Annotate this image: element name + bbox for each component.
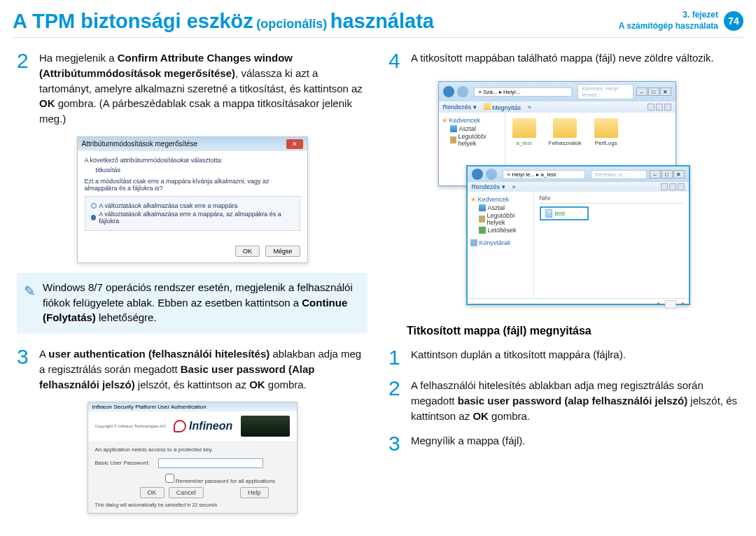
sort-menu[interactable]: Rendezés ▾ [443, 104, 477, 111]
step-3: 3 A user authentication (felhasználói hi… [17, 346, 368, 392]
back-icon[interactable] [443, 86, 454, 97]
sidebar-item-recent[interactable]: Legutóbbi helyek [479, 212, 531, 226]
cancel-button[interactable]: Mégse [265, 246, 300, 257]
password-label: Basic User Password: [95, 460, 150, 466]
title-main: A TPM biztonsági eszköz [13, 10, 253, 32]
title-optional: (opcionális) [256, 17, 327, 31]
dialog-confirm-attribute: Attribútummódosítások megerősítése ✕ A k… [77, 136, 308, 263]
open-menu[interactable]: Megnyitás [492, 104, 521, 111]
sidebar-favorites[interactable]: ★Kedvencek [470, 196, 531, 203]
star-icon: ★ [442, 117, 447, 124]
desktop-icon [479, 204, 486, 211]
open-step-1: 1 Kattintson duplán a titkosított mappár… [388, 347, 739, 368]
sidebar-item-recent[interactable]: Legutóbbi helyek [450, 133, 502, 147]
remember-checkbox[interactable] [165, 474, 174, 483]
view-icon[interactable] [656, 104, 663, 111]
subheading-open-encrypted: Titkosított mappa (fájl) megnyitása [407, 325, 739, 337]
step-number: 1 [388, 347, 404, 368]
help-icon[interactable] [664, 104, 671, 111]
forward-icon[interactable] [486, 169, 497, 180]
star-icon: ★ [470, 196, 476, 203]
help-icon[interactable] [678, 183, 685, 190]
step-number: 2 [17, 50, 32, 127]
file-name: test [555, 210, 566, 217]
section-label: A számítógép használata [619, 21, 718, 32]
folder-icon [484, 103, 491, 110]
folder-item[interactable]: Felhasználók [549, 118, 582, 146]
dialog-user-auth: Infineon Security Platform User Authenti… [88, 402, 298, 514]
close-icon[interactable]: ✕ [286, 139, 303, 149]
dialog-line: A következő attribútummódosításokat vála… [85, 157, 300, 164]
dialog-titlebar: Attribútummódosítások megerősítése ✕ [78, 137, 307, 151]
file-list: Név test [534, 192, 689, 298]
recent-icon [450, 136, 456, 143]
ok-button[interactable]: OK [140, 487, 164, 498]
folder-item[interactable]: a_test [512, 118, 536, 146]
dialog-attr: titkosítás [96, 167, 300, 174]
scroll-thumb[interactable] [665, 300, 676, 309]
infineon-logo: Infineon [174, 420, 232, 432]
breadcrumb[interactable]: « Helyi le... ▸ a_test [503, 170, 585, 179]
sidebar-item-downloads[interactable]: Letöltések [479, 227, 531, 234]
file-item-selected[interactable]: test [540, 206, 589, 220]
ok-button[interactable]: OK [235, 246, 260, 257]
step-number: 3 [388, 433, 404, 454]
auth-footer: This dialog will automatically be cancel… [95, 502, 290, 507]
open-step-3: 3 Megnyílik a mappa (fájl). [388, 433, 739, 454]
search-input[interactable]: Keresés: a_... [591, 170, 647, 179]
step-text: A titkosított mappában található mappa (… [411, 50, 714, 71]
forward-icon[interactable] [457, 86, 468, 97]
radio-option-2[interactable]: A változtatások alkalmazása erre a mappá… [91, 211, 294, 225]
search-input[interactable]: Keresés: Helyi lemez... [578, 84, 634, 99]
explorer-toolbar: Rendezés ▾ » [468, 182, 689, 192]
sidebar-item-desktop[interactable]: Asztal [479, 204, 531, 211]
step-text: Kattintson duplán a titkosított mappára … [411, 347, 626, 368]
page-number-badge: 74 [724, 11, 743, 31]
view-icon[interactable] [648, 104, 654, 111]
auth-message: An application needs access to a protect… [95, 446, 290, 453]
copyright-text: Copyright © Infineon Technologies AG [95, 424, 166, 428]
title-after: használata [330, 10, 434, 32]
step-2: 2 Ha megjelenik a Confirm Attribute Chan… [17, 50, 368, 127]
open-step-2: 2 A felhasználói hitelesítés ablakban ad… [388, 378, 739, 423]
step-text: Ha megjelenik a Confirm Attribute Change… [39, 50, 368, 127]
explorer-toolbar: Rendezés ▾ Megnyitás » [439, 101, 676, 113]
recent-icon [479, 216, 485, 223]
folder-icon [553, 118, 577, 138]
password-input[interactable] [158, 458, 263, 468]
help-button[interactable]: Help [240, 487, 269, 498]
column-header-name[interactable]: Név [540, 195, 683, 204]
breadcrumb[interactable]: « Szá... ▸ Helyi... [474, 87, 572, 97]
right-column: 4 A titkosított mappában található mappa… [388, 50, 739, 523]
sidebar: ★Kedvencek Asztal Legutóbbi helyek Letöl… [468, 192, 534, 298]
status-bar: ◂▸ [468, 298, 689, 310]
cancel-button[interactable]: Cancel [169, 487, 204, 498]
more-toolbar[interactable]: » [512, 183, 516, 190]
sort-menu[interactable]: Rendezés ▾ [472, 183, 505, 190]
page-header: A TPM biztonsági eszköz (opcionális) has… [0, 0, 756, 34]
dialog-title: Attribútummódosítások megerősítése [82, 140, 198, 148]
explorer-screenshot: « Szá... ▸ Helyi... Keresés: Helyi lemez… [438, 81, 690, 312]
dialog-question: Ezt a módosítást csak erre a mappára kív… [85, 178, 300, 192]
view-icon[interactable] [669, 183, 676, 190]
step-number: 3 [17, 346, 32, 392]
sidebar-favorites[interactable]: ★Kedvencek [442, 117, 502, 124]
header-meta: 3. fejezet A számítógép használata 74 [619, 10, 743, 31]
folder-item[interactable]: PerfLogs [594, 118, 618, 146]
document-icon [545, 209, 552, 218]
more-toolbar[interactable]: » [528, 104, 531, 111]
note-text: Windows 8/7 operációs rendszer esetén, m… [43, 280, 358, 325]
step-text: A felhasználói hitelesítés ablakban adja… [411, 378, 739, 423]
back-icon[interactable] [472, 169, 483, 180]
chip-icon [241, 416, 290, 437]
sidebar-item-desktop[interactable]: Asztal [450, 125, 502, 132]
dialog-title: Infineon Security Platform User Authenti… [88, 402, 297, 411]
folder-icon [512, 118, 536, 138]
desktop-icon [450, 125, 457, 132]
view-icon[interactable] [661, 183, 668, 190]
left-column: 2 Ha megjelenik a Confirm Attribute Chan… [17, 50, 368, 523]
header-rule [13, 37, 743, 38]
sidebar-libraries[interactable]: Könyvtárak [470, 239, 531, 246]
step-number: 4 [388, 50, 404, 71]
radio-option-1[interactable]: A változtatások alkalmazása csak erre a … [91, 202, 294, 209]
